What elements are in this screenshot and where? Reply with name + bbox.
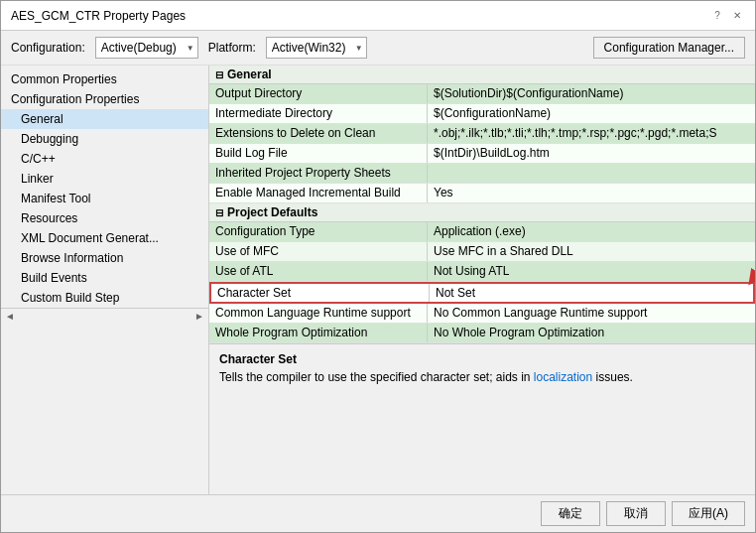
- close-button[interactable]: ✕: [729, 8, 745, 24]
- properties-wrapper: ⊟ General Output Directory $(SolutionDir…: [209, 66, 755, 494]
- prop-value: $(ConfigurationName): [428, 104, 755, 123]
- platform-select-wrapper: Active(Win32): [266, 37, 367, 59]
- table-row: Whole Program Optimization No Whole Prog…: [209, 324, 755, 343]
- prop-value: $(SolutionDir)$(ConfigurationName): [428, 84, 755, 103]
- config-row: Configuration: Active(Debug) Platform: A…: [1, 31, 755, 66]
- platform-select[interactable]: Active(Win32): [266, 37, 367, 59]
- project-defaults-collapse-icon[interactable]: ⊟: [215, 207, 223, 218]
- table-row: Intermediate Directory $(ConfigurationNa…: [209, 104, 755, 124]
- prop-name: Common Language Runtime support: [209, 304, 428, 323]
- table-row: Enable Managed Incremental Build Yes: [209, 184, 755, 203]
- sidebar: Common Properties Configuration Properti…: [1, 66, 209, 494]
- sidebar-item-configuration-properties[interactable]: Configuration Properties: [1, 89, 208, 109]
- properties-area: ⊟ General Output Directory $(SolutionDir…: [209, 66, 755, 343]
- character-set-prop-value: Not Set: [430, 284, 753, 302]
- sidebar-item-linker[interactable]: Linker: [1, 169, 208, 189]
- prop-name: Use of ATL: [209, 262, 428, 281]
- sidebar-item-resources[interactable]: Resources: [1, 208, 208, 228]
- prop-name: Output Directory: [209, 84, 428, 103]
- prop-value: Not Using ATL: [428, 262, 755, 281]
- right-panel: ⊟ General Output Directory $(SolutionDir…: [209, 66, 755, 494]
- prop-name: Intermediate Directory: [209, 104, 428, 123]
- prop-name: Use of MFC: [209, 242, 428, 261]
- table-row: Configuration Type Application (.exe): [209, 222, 755, 242]
- prop-value: No Common Language Runtime support: [428, 304, 755, 323]
- sidebar-item-common-properties[interactable]: Common Properties: [1, 69, 208, 89]
- prop-value: Application (.exe): [428, 222, 755, 241]
- main-window: AES_GCM_CTR Property Pages ? ✕ Configura…: [0, 0, 756, 533]
- apply-button[interactable]: 应用(A): [672, 501, 745, 526]
- prop-name: Extensions to Delete on Clean: [209, 124, 428, 143]
- sidebar-item-custom-build-step[interactable]: Custom Build Step: [1, 288, 208, 308]
- prop-value: Yes: [428, 184, 755, 202]
- table-row: Build Log File $(IntDir)\BuildLog.htm: [209, 144, 755, 164]
- info-description: Tells the compiler to use the specified …: [219, 370, 745, 384]
- sidebar-item-browse-information[interactable]: Browse Information: [1, 248, 208, 268]
- help-button[interactable]: ?: [709, 8, 725, 24]
- configuration-select[interactable]: Active(Debug): [95, 37, 198, 59]
- sidebar-item-build-events[interactable]: Build Events: [1, 268, 208, 288]
- prop-name: Build Log File: [209, 144, 428, 163]
- table-row: Extensions to Delete on Clean *.obj;*.il…: [209, 124, 755, 144]
- project-defaults-section-label: Project Defaults: [227, 205, 317, 219]
- general-section-label: General: [227, 67, 272, 81]
- table-row: Output Directory $(SolutionDir)$(Configu…: [209, 84, 755, 104]
- table-row: Use of MFC Use MFC in a Shared DLL: [209, 242, 755, 262]
- character-set-row[interactable]: Character Set Not Set: [209, 282, 755, 304]
- title-bar: AES_GCM_CTR Property Pages ? ✕: [1, 1, 755, 31]
- table-row: Common Language Runtime support No Commo…: [209, 304, 755, 324]
- general-collapse-icon[interactable]: ⊟: [215, 69, 223, 80]
- project-defaults-section-header: ⊟ Project Defaults: [209, 203, 755, 222]
- prop-name: Whole Program Optimization: [209, 324, 428, 342]
- ok-button[interactable]: 确定: [541, 501, 600, 526]
- config-manager-button[interactable]: Configuration Manager...: [593, 37, 745, 59]
- info-title: Character Set: [219, 352, 745, 366]
- table-row: Inherited Project Property Sheets: [209, 164, 755, 184]
- prop-name: Inherited Project Property Sheets: [209, 164, 428, 183]
- cancel-button[interactable]: 取消: [606, 501, 666, 526]
- window-title: AES_GCM_CTR Property Pages: [11, 9, 186, 23]
- sidebar-item-debugging[interactable]: Debugging: [1, 129, 208, 149]
- prop-name: Configuration Type: [209, 222, 428, 241]
- prop-value: *.obj;*.ilk;*.tlb;*.tli;*.tlh;*.tmp;*.rs…: [428, 124, 755, 143]
- sidebar-item-xml-document[interactable]: XML Document Generat...: [1, 228, 208, 248]
- prop-value: Use MFC in a Shared DLL: [428, 242, 755, 261]
- character-set-prop-name: Character Set: [211, 284, 430, 302]
- sidebar-item-general[interactable]: General: [1, 109, 208, 129]
- prop-name: Enable Managed Incremental Build: [209, 184, 428, 202]
- main-content: Common Properties Configuration Properti…: [1, 66, 755, 494]
- general-section-header: ⊟ General: [209, 66, 755, 84]
- sidebar-item-manifest-tool[interactable]: Manifest Tool: [1, 189, 208, 208]
- config-label: Configuration:: [11, 41, 85, 55]
- prop-value: [428, 164, 755, 183]
- sidebar-scroll-left[interactable]: ◄: [5, 311, 15, 322]
- bottom-buttons: 确定 取消 应用(A): [1, 494, 755, 532]
- prop-value: No Whole Program Optimization: [428, 324, 755, 342]
- info-panel: Character Set Tells the compiler to use …: [209, 343, 755, 413]
- config-select-wrapper: Active(Debug): [95, 37, 198, 59]
- prop-value: $(IntDir)\BuildLog.htm: [428, 144, 755, 163]
- title-bar-buttons: ? ✕: [709, 8, 745, 24]
- table-row: Use of ATL Not Using ATL: [209, 262, 755, 282]
- sidebar-scroll-right[interactable]: ►: [194, 311, 204, 322]
- platform-label: Platform:: [208, 41, 256, 55]
- localization-link[interactable]: localization: [534, 370, 592, 384]
- sidebar-item-cpp[interactable]: C/C++: [1, 149, 208, 169]
